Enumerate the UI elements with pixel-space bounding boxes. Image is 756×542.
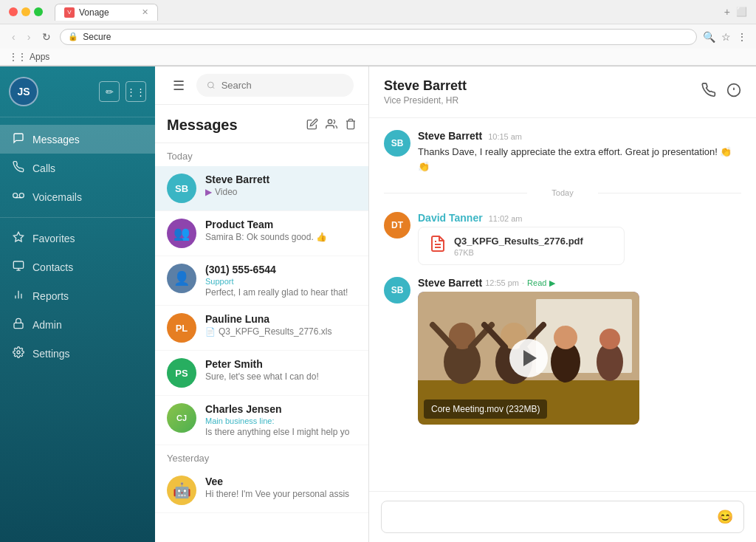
apps-grid-icon[interactable]: ⋮⋮ <box>9 52 27 62</box>
grid-icon[interactable]: ⋮⋮ <box>126 81 146 102</box>
avatar-steve-barrett: SB <box>167 174 196 203</box>
file-icon-pauline: 📄 <box>205 327 216 337</box>
msg-name-pauline: Pauline Luna <box>205 313 357 325</box>
contacts-icon <box>12 260 25 274</box>
msg-content-charles: Charles Jensen Main business line: Is th… <box>205 403 357 437</box>
svg-rect-4 <box>13 261 23 268</box>
tab-close-icon[interactable]: ✕ <box>142 7 148 17</box>
section-yesterday-label: Yesterday <box>155 445 368 468</box>
support-tag: Support <box>205 277 234 286</box>
sidebar-item-label-settings: Settings <box>32 348 70 360</box>
svg-point-1 <box>19 193 24 198</box>
file-attach-size: 67KB <box>454 248 583 257</box>
chat-msg-meta: Steve Barrett 12:55 pm · Read ▶ <box>418 277 741 289</box>
sidebar-item-calls[interactable]: Calls <box>0 154 155 182</box>
msg-preview-vee: Hi there! I'm Vee your personal assis <box>205 489 357 499</box>
messages-panel-header: Messages <box>155 105 368 143</box>
sidebar-item-contacts[interactable]: Contacts <box>0 253 155 281</box>
chat-contact-name: Steve Barrett <box>384 78 693 94</box>
message-item-product-team[interactable]: 👥 Product Team Samira B: Ok sounds good.… <box>155 211 368 256</box>
phone-call-icon[interactable] <box>701 83 716 101</box>
msg-name-steve: Steve Barrett <box>205 174 357 185</box>
video-icon: ▶ <box>205 187 212 197</box>
svg-rect-10 <box>14 323 23 328</box>
search-input[interactable] <box>221 80 343 91</box>
message-item-vee[interactable]: 🤖 Vee Hi there! I'm Vee your personal as… <box>155 468 368 513</box>
messages-icon <box>12 132 25 146</box>
chat-header: Steve Barrett Vice President, HR <box>369 66 756 118</box>
app-container: JS ✏ ⋮⋮ Messages Calls <box>0 66 756 542</box>
chat-contact-title: Vice President, HR <box>384 95 693 106</box>
chat-msg-time-3: 12:55 pm <box>485 278 519 287</box>
avatar-phone: 👤 <box>167 264 196 293</box>
bookmark-icon[interactable]: ☆ <box>721 31 731 43</box>
file-attach-name: Q3_KPFG_Results_2776.pdf <box>454 236 583 247</box>
chat-input-area: 😊 <box>369 491 756 542</box>
delete-icon[interactable] <box>345 118 357 133</box>
message-item-peter[interactable]: PS Peter Smith Sure, let's see what I ca… <box>155 351 368 396</box>
chat-msg-body-1: Steve Barrett 10:15 am Thanks Dave, I re… <box>418 130 741 174</box>
sidebar-item-reports[interactable]: Reports <box>0 281 155 310</box>
maximize-dot[interactable] <box>34 7 43 16</box>
emoji-button[interactable]: 😊 <box>717 509 733 525</box>
sidebar-item-messages[interactable]: Messages <box>0 125 155 154</box>
info-icon[interactable] <box>726 83 741 101</box>
svg-point-30 <box>599 329 620 349</box>
browser-tab[interactable]: V Vonage ✕ <box>55 4 158 21</box>
chat-message-1: SB Steve Barrett 10:15 am Thanks Dave, I… <box>384 130 741 174</box>
svg-line-13 <box>213 87 214 89</box>
minimize-dot[interactable] <box>21 7 30 16</box>
svg-point-12 <box>207 82 213 88</box>
zoom-icon[interactable]: 🔍 <box>703 31 715 43</box>
message-item-pauline[interactable]: PL Pauline Luna 📄 Q3_KPFG_Results_2776.x… <box>155 306 368 351</box>
chat-msg-sender-3: Steve Barrett <box>418 277 482 289</box>
chat-msg-name-2: David Tanner <box>418 212 483 224</box>
msg-preview-phone2: Perfect, I am really glad to hear that! <box>205 287 357 298</box>
messages-panel: ☰ Messages <box>155 66 369 542</box>
chat-msg-body-3: Steve Barrett 12:55 pm · Read ▶ <box>418 277 741 425</box>
msg-preview-pt: Samira B: Ok sounds good. 👍 <box>205 232 357 242</box>
msg-content-pt: Product Team Samira B: Ok sounds good. 👍 <box>205 219 357 242</box>
chat-msg-header-2: David Tanner 11:02 am <box>418 212 741 224</box>
search-icon <box>207 80 216 90</box>
sidebar-item-voicemails[interactable]: Voicemails <box>0 182 155 211</box>
hamburger-icon[interactable]: ☰ <box>170 75 188 97</box>
msg-preview-charles: Is there anything else I might help yo <box>205 427 357 437</box>
group-message-icon[interactable] <box>326 118 337 133</box>
close-dot[interactable] <box>9 7 18 16</box>
msg-preview-phone: Support <box>205 277 357 286</box>
read-label: Read <box>527 278 546 287</box>
video-placeholder: Core Meeting.mov (232MB) <box>418 292 639 425</box>
chat-msg-time-1: 10:15 am <box>488 132 522 141</box>
refresh-button[interactable]: ↻ <box>39 30 54 44</box>
calls-icon <box>12 161 25 175</box>
back-button[interactable]: ‹ <box>9 30 18 44</box>
compose-message-icon[interactable] <box>306 118 318 133</box>
video-thumbnail[interactable]: Core Meeting.mov (232MB) <box>418 292 639 425</box>
forward-button[interactable]: › <box>24 30 34 44</box>
sidebar-item-admin[interactable]: Admin <box>0 310 155 339</box>
chat-input[interactable] <box>392 512 711 523</box>
message-item-steve-barrett[interactable]: SB Steve Barrett ▶ Video <box>155 166 368 211</box>
messages-panel-actions <box>306 118 357 133</box>
menu-icon[interactable]: ⋮ <box>737 31 747 43</box>
sidebar-nav: Messages Calls Voicemails Favorites <box>0 117 155 375</box>
apps-bar: ⋮⋮ Apps <box>0 49 756 66</box>
message-item-charles[interactable]: CJ Charles Jensen Main business line: Is… <box>155 396 368 445</box>
chat-messages: SB Steve Barrett 10:15 am Thanks Dave, I… <box>369 118 756 491</box>
chat-input-box: 😊 <box>381 501 744 533</box>
sidebar-item-favorites[interactable]: Favorites <box>0 224 155 253</box>
address-bar[interactable]: 🔒 Secure <box>60 29 697 45</box>
sidebar-item-settings[interactable]: Settings <box>0 339 155 368</box>
voicemails-icon <box>12 190 25 204</box>
msg-name-charles: Charles Jensen <box>205 403 357 415</box>
chat-message-2: DT David Tanner 11:02 am Q3_KPFG_Results… <box>384 212 741 265</box>
new-tab-button[interactable]: + <box>724 6 730 18</box>
pdf-icon <box>429 235 447 257</box>
message-item-phone[interactable]: 👤 (301) 555-6544 Support Perfect, I am r… <box>155 256 368 306</box>
play-button[interactable] <box>509 339 548 377</box>
chat-msg-text-1: Thanks Dave, I really appreciate the ext… <box>418 145 741 174</box>
compose-icon[interactable]: ✏ <box>99 81 120 102</box>
file-attachment[interactable]: Q3_KPFG_Results_2776.pdf 67KB <box>418 227 625 265</box>
user-avatar: JS <box>9 77 38 106</box>
